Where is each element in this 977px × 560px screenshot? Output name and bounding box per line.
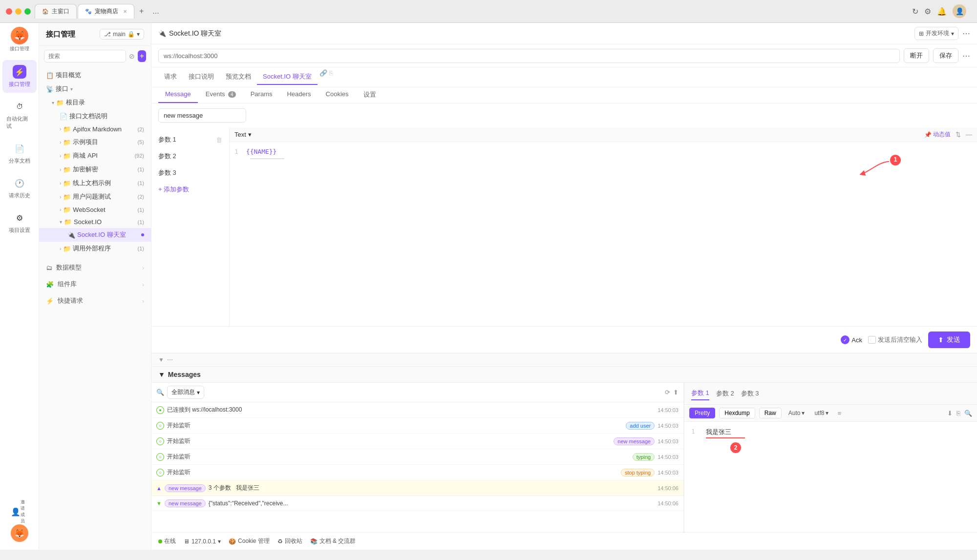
tree-socketio[interactable]: ▾ 📁 Socket.IO (1)	[39, 216, 151, 228]
tab-request[interactable]: 请求	[158, 69, 183, 85]
ack-check-icon[interactable]: ✓	[841, 335, 850, 344]
docs-community[interactable]: 📚 文档 & 交流群	[310, 537, 356, 545]
utf8-encoding-select[interactable]: utf8 ▾	[811, 408, 831, 418]
notification-icon[interactable]: 🔔	[937, 7, 947, 16]
param-row-2[interactable]: 参数 2	[151, 148, 229, 165]
upload-msg-icon[interactable]: ⬆	[673, 389, 679, 396]
param-row-1[interactable]: 参数 1 🗑	[151, 131, 229, 148]
right-tab-param2[interactable]: 参数 2	[716, 387, 734, 400]
copy-icon[interactable]: ⎘	[329, 69, 333, 85]
refresh-msg-icon[interactable]: ⟳	[665, 389, 670, 396]
filter-dropdown[interactable]: 全部消息 ▾	[167, 386, 204, 399]
new-tab-button[interactable]: +	[135, 5, 148, 18]
auto-encoding-select[interactable]: Auto ▾	[786, 408, 808, 418]
view-pretty-button[interactable]: Pretty	[689, 408, 715, 418]
tree-shop-api[interactable]: › 📁 商城 API (92)	[39, 149, 151, 163]
tree-apifox-md[interactable]: › 📁 Apifox Markdown (2)	[39, 123, 151, 135]
tree-interface[interactable]: 📡 接口 ▾	[39, 82, 151, 96]
collapse-divider[interactable]: ▼ ⋯	[151, 353, 977, 366]
link-icon[interactable]: 🔗	[319, 69, 327, 85]
tree-crypto[interactable]: › 📁 加密解密 (1)	[39, 163, 151, 176]
tree-online-docs[interactable]: › 📁 线上文档示例 (1)	[39, 176, 151, 190]
branch-selector[interactable]: ⎇ main 🔒 ▾	[100, 29, 144, 40]
workspace-avatar[interactable]: 🦊	[11, 27, 28, 44]
sub-components[interactable]: 🧩 组件库 ›	[39, 276, 151, 292]
tree-root-dir[interactable]: ▾ 📁 根目录	[39, 96, 151, 109]
tab-message[interactable]: Message	[158, 87, 198, 103]
sidebar-item-automation[interactable]: ⏱ 自动化测试	[2, 95, 37, 135]
maximize-button[interactable]	[24, 8, 31, 15]
tree-api-doc[interactable]: 📄 接口文档说明	[39, 109, 151, 123]
param-1-delete-icon[interactable]: 🗑	[216, 136, 222, 144]
add-param-button[interactable]: + 添加参数	[151, 181, 229, 198]
disconnect-button[interactable]: 断开	[904, 48, 929, 63]
recycle-bin[interactable]: ♻ 回收站	[277, 537, 302, 545]
list-icon[interactable]: ≡	[837, 410, 841, 417]
more-tabs-button[interactable]: ...	[149, 5, 163, 18]
tab-preview[interactable]: 预览文档	[220, 69, 257, 85]
view-hexdump-button[interactable]: Hexdump	[719, 408, 755, 418]
invite-button[interactable]: 👤邀请成员	[11, 503, 28, 520]
sidebar-item-docs[interactable]: 📄 分享文档	[2, 137, 37, 169]
env-selector[interactable]: ⊞ 开发环境 ▾	[914, 27, 958, 40]
websocket-count: (1)	[138, 207, 144, 213]
view-raw-button[interactable]: Raw	[759, 408, 782, 418]
search-input[interactable]	[44, 50, 126, 62]
tab-headers[interactable]: Headers	[280, 87, 318, 103]
send-button[interactable]: ⬆ 发送	[928, 332, 970, 348]
recycle-icon: ♻	[277, 538, 283, 545]
download-icon[interactable]: ⬇	[947, 410, 953, 417]
sidebar-item-history[interactable]: 🕐 请求历史	[2, 171, 37, 204]
right-tab-param3[interactable]: 参数 3	[741, 387, 759, 400]
expand-icon[interactable]: ⇅	[956, 131, 961, 138]
sub-data-model[interactable]: 🗂 数据模型 ›	[39, 259, 151, 276]
url-input[interactable]	[158, 49, 900, 63]
clear-checkbox[interactable]	[868, 336, 876, 344]
event-name-input[interactable]	[158, 108, 246, 123]
tree-examples[interactable]: › 📁 示例项目 (5)	[39, 135, 151, 149]
tab-params[interactable]: Params	[244, 87, 279, 103]
param-row-3[interactable]: 参数 3	[151, 165, 229, 181]
save-button[interactable]: 保存	[933, 48, 958, 63]
ip-selector[interactable]: 🖥 127.0.0.1 ▾	[184, 538, 221, 545]
msg-sent-newmessage[interactable]: ▲ new message 3 个参数 我是张三 14:50:06	[151, 480, 683, 496]
tree-project-overview[interactable]: 📋 项目概览	[39, 68, 151, 82]
sub-quick-request[interactable]: ⚡ 快捷请求 ›	[39, 292, 151, 309]
sidebar-item-interface[interactable]: ⚡ 接口管理	[2, 60, 37, 93]
tab-home[interactable]: 🏠 主窗口	[35, 4, 77, 19]
folder-shop-icon: 📁	[63, 152, 71, 160]
search-content-icon[interactable]: 🔍	[964, 410, 972, 417]
copy-content-icon[interactable]: ⎘	[956, 410, 960, 417]
collapse-code-icon[interactable]: —	[966, 131, 972, 138]
sidebar-item-settings[interactable]: ⚙ 项目设置	[2, 206, 37, 239]
msg-received-newmessage[interactable]: ▼ new message {"status":"Received","rece…	[151, 496, 683, 511]
tree-user-issues[interactable]: › 📁 用户问题测试 (2)	[39, 190, 151, 204]
apifox-logo[interactable]: 🦊	[11, 524, 28, 542]
tree-websocket[interactable]: › 📁 WebSocket (1)	[39, 204, 151, 216]
filter-icon[interactable]: ⊘	[129, 52, 135, 60]
code-editor[interactable]: 1 {{NAME}}	[230, 142, 977, 181]
tab-close-icon[interactable]: ✕	[123, 9, 127, 14]
collapse-messages-icon[interactable]: ▼	[158, 371, 165, 378]
cookie-manager[interactable]: 🍪 Cookie 管理	[229, 537, 270, 545]
dynamic-value-link[interactable]: 📌 动态值	[924, 130, 951, 139]
user-avatar[interactable]: 👤	[953, 4, 966, 18]
tab-settings-main[interactable]: 设置	[357, 87, 383, 103]
code-type-selector[interactable]: Text ▾	[234, 131, 252, 138]
more-options-icon[interactable]: ⋯	[962, 29, 970, 38]
tree-socketio-chat[interactable]: 🔌 Socket.IO 聊天室	[39, 228, 151, 242]
tab-description[interactable]: 接口说明	[183, 69, 220, 85]
tree-external[interactable]: › 📁 调用外部程序 (1)	[39, 242, 151, 255]
tab-socketio-room[interactable]: Socket.IO 聊天室	[257, 69, 318, 85]
right-tab-param1[interactable]: 参数 1	[691, 387, 709, 400]
more-url-options-icon[interactable]: ⋯	[962, 51, 970, 61]
refresh-icon[interactable]: ↻	[912, 7, 918, 16]
add-button[interactable]: +	[138, 50, 146, 62]
settings-icon[interactable]: ⚙	[924, 7, 931, 16]
tab-events[interactable]: Events 4	[199, 87, 243, 103]
tab-pet[interactable]: 🐾 宠物商店 ✕	[78, 4, 134, 19]
tab-cookies[interactable]: Cookies	[319, 87, 356, 103]
close-button[interactable]	[6, 8, 12, 15]
minimize-button[interactable]	[15, 8, 21, 15]
search-msg-icon[interactable]: 🔍	[156, 389, 164, 396]
